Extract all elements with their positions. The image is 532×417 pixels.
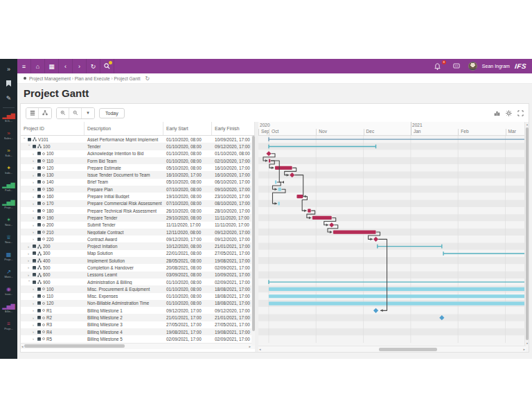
table-row[interactable]: ›400Implement Solution28/05/2021, 08:001… — [21, 257, 255, 264]
sidebar-item-lobby-sub[interactable]: »Sub... — [2, 144, 15, 161]
zoom-out-button[interactable] — [69, 108, 82, 118]
table-row[interactable]: ›100Acknowledge Intention to Bid01/10/20… — [21, 150, 255, 157]
task-bar[interactable] — [275, 180, 276, 184]
sidebar-item-lobby-inde[interactable]: ✦Inde... — [2, 161, 15, 179]
expand-chevron-icon[interactable]: › — [33, 159, 36, 163]
chat-icon[interactable] — [450, 59, 463, 73]
expand-chevron-icon[interactable]: › — [33, 180, 36, 184]
task-bar[interactable] — [269, 294, 526, 298]
task-bar[interactable] — [278, 202, 279, 205]
table-row[interactable]: ›100Misc. Procurement & Equipment01/10/2… — [21, 285, 255, 292]
expand-chevron-icon[interactable]: › — [33, 330, 36, 334]
app-grid-icon[interactable]: ▦ — [45, 59, 59, 73]
expand-chevron-icon[interactable]: › — [33, 223, 36, 227]
user-name[interactable]: Sean Ingram — [482, 64, 510, 69]
today-button[interactable]: Today — [99, 108, 125, 118]
table-row[interactable]: ›190Prepare Tender29/10/2020, 08:0011/11… — [21, 214, 255, 221]
gantt-horizontal-scrollbar[interactable]: ◂▸ — [258, 346, 526, 352]
table-row[interactable]: ›120Prepare Estimate05/10/2020, 08:0016/… — [21, 164, 255, 171]
breadcrumb-item[interactable]: Project Management — [29, 76, 71, 81]
table-row[interactable]: ›220Contract Award09/12/2020, 17:0009/12… — [21, 236, 255, 242]
table-row[interactable]: ›500Completion & Handover20/08/2021, 08:… — [21, 264, 255, 271]
expand-chevron-icon[interactable]: › — [33, 294, 36, 299]
table-row[interactable]: ›110Misc. Expenses01/10/2020, 08:0018/08… — [21, 293, 255, 300]
expand-chevron-icon[interactable]: › — [33, 230, 36, 234]
table-row[interactable]: ›140Brief Team05/10/2020, 08:0006/10/202… — [21, 179, 255, 186]
task-bar[interactable] — [269, 287, 526, 291]
column-header[interactable]: Description — [85, 122, 163, 135]
table-row[interactable]: ›210Negotiate Contract12/11/2020, 08:000… — [21, 229, 255, 236]
sidebar-item-lobby-mont[interactable]: ↗Mont... — [2, 265, 15, 283]
expand-chevron-icon[interactable]: › — [33, 323, 36, 327]
expand-chevron-icon[interactable]: › — [33, 208, 36, 213]
sidebar-item-lobby-sol[interactable]: ▂▅▇SOL... — [2, 109, 15, 127]
bookmark-icon[interactable] — [0, 76, 17, 91]
fullscreen-icon[interactable] — [517, 110, 524, 116]
task-bar[interactable] — [296, 195, 303, 198]
task-bar[interactable] — [312, 216, 332, 220]
table-row[interactable]: ›R1Billing Milestone 109/12/2020, 17:000… — [21, 307, 255, 314]
collapse-chevron-icon[interactable]: › — [28, 145, 32, 148]
expand-chevron-icon[interactable]: › — [33, 152, 36, 156]
table-row[interactable]: ›V101Asset Performance Mgmt Implement01/… — [21, 136, 255, 143]
table-row[interactable]: ›200Project Initation10/12/2020, 08:0021… — [21, 242, 255, 249]
zoom-options-dropdown[interactable]: ▾ — [82, 108, 94, 118]
table-row[interactable]: ›600Lessons Learnt03/09/2021, 08:0010/09… — [21, 272, 255, 278]
expand-chevron-icon[interactable]: › — [33, 215, 36, 220]
search-icon[interactable] — [100, 59, 114, 73]
sidebar-item-lobby-profi[interactable]: ▂▅▇Profi... — [2, 179, 15, 196]
expand-chevron-icon[interactable]: › — [33, 301, 36, 305]
expand-chevron-icon[interactable]: › — [28, 265, 31, 269]
gantt-canvas[interactable] — [258, 136, 526, 343]
task-bar[interactable] — [269, 159, 270, 162]
expand-chevron-icon[interactable]: › — [33, 166, 36, 170]
table-row[interactable]: ›900Administration & Billing01/10/2020, … — [21, 278, 255, 285]
expand-nav-icon[interactable]: » — [0, 62, 17, 76]
table-row[interactable]: ›100Tender01/10/2020, 08:0009/12/2020, 1… — [21, 143, 255, 150]
back-icon[interactable]: ‹ — [59, 59, 73, 73]
collapse-chevron-icon[interactable]: › — [23, 138, 27, 141]
task-bar[interactable] — [333, 230, 376, 233]
expand-chevron-icon[interactable]: › — [33, 316, 36, 320]
table-row[interactable]: ›300Map Solution22/01/2021, 08:0027/05/2… — [21, 250, 255, 257]
table-row[interactable]: ›160Prepare Initial Budget19/10/2020, 08… — [21, 193, 255, 199]
table-row[interactable]: ›130Issue Tender Document to Team16/10/2… — [21, 171, 255, 178]
sidebar-item-lobby-proje3[interactable]: ≡Proje... — [2, 317, 15, 335]
expand-chevron-icon[interactable]: › — [33, 308, 36, 312]
sidebar-item-lobby-sales[interactable]: »Sales... — [2, 127, 15, 144]
task-bar[interactable] — [308, 209, 310, 213]
notifications-bell-icon[interactable]: 8 — [431, 59, 445, 73]
table-row[interactable]: ›R2Billing Milestone 221/01/2021, 17:002… — [21, 314, 255, 321]
breadcrumb-item[interactable]: Project Gantt — [114, 76, 141, 81]
hierarchy-view-button[interactable] — [39, 108, 51, 118]
sidebar-item-lobby-proje1[interactable]: ▂▅▇Proje... — [2, 196, 15, 213]
sidebar-item-lobby-new1[interactable]: ✶New... — [2, 213, 15, 231]
table-row[interactable]: ›R4Billing Milestone 419/08/2021, 17:001… — [21, 328, 255, 335]
sidebar-item-lobby-invoi[interactable]: ◉Invoi... — [2, 283, 15, 300]
table-row[interactable]: ›180Prepare Technical Risk Assessment26/… — [21, 207, 255, 214]
zoom-in-button[interactable] — [57, 108, 69, 118]
expand-chevron-icon[interactable]: › — [33, 195, 36, 199]
table-row[interactable]: ›R3Billing Milestone 327/05/2021, 17:002… — [21, 321, 255, 328]
table-row[interactable]: ›120Non-Billable Adminstration Time01/10… — [21, 300, 255, 307]
home-icon[interactable]: ⌂ — [31, 59, 45, 73]
table-row[interactable]: ›150Prepare Plan07/10/2020, 08:0009/10/2… — [21, 186, 255, 193]
table-row[interactable]: ›170Prepare Commercial Risk Assessment07… — [21, 200, 255, 207]
hamburger-menu-icon[interactable]: ≡ — [17, 59, 31, 73]
expand-chevron-icon[interactable]: › — [28, 245, 31, 249]
table-row[interactable]: ›110Form Bid Team01/10/2020, 08:0002/10/… — [21, 157, 255, 164]
user-avatar[interactable] — [468, 62, 477, 71]
task-bar[interactable] — [269, 301, 526, 305]
expand-chevron-icon[interactable]: › — [33, 237, 36, 241]
table-view-button[interactable] — [26, 108, 39, 118]
expand-chevron-icon[interactable]: › — [33, 187, 36, 191]
settings-gear-icon[interactable] — [506, 110, 512, 116]
table-row[interactable]: ›R5Billing Milestone 502/09/2021, 17:000… — [21, 335, 255, 342]
column-header[interactable]: Early Start — [163, 122, 212, 135]
edit-icon[interactable]: ✎ — [0, 91, 17, 105]
refresh-icon[interactable]: ↻ — [87, 59, 100, 73]
task-bar[interactable] — [275, 166, 292, 170]
forward-icon[interactable]: › — [73, 59, 87, 73]
task-bar[interactable] — [278, 188, 281, 191]
expand-chevron-icon[interactable]: › — [33, 173, 36, 177]
